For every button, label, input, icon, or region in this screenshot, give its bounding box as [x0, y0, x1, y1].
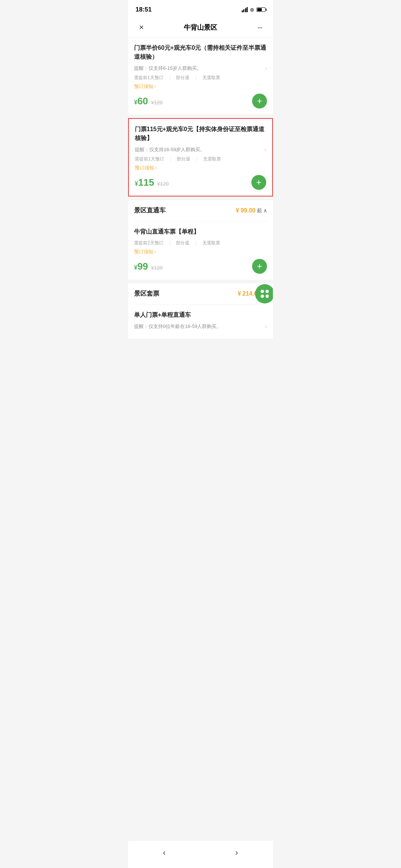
add-button-shuttle[interactable]: + — [252, 259, 267, 274]
pre-order-notice-half[interactable]: 预订须知 › — [134, 83, 267, 90]
price-current-shuttle: ¥99 — [134, 261, 148, 272]
status-bar: 18:51 ⊛ — [128, 0, 273, 18]
ticket-full-price-tip-row: 提醒：仅支持16-59岁人群购买。 › — [135, 146, 266, 153]
status-icons: ⊛ — [242, 7, 266, 13]
pre-order-notice-shuttle[interactable]: 预订须知 › — [134, 248, 267, 255]
price-current-full: ¥115 — [135, 177, 154, 188]
shuttle-item: 牛背山直通车票【单程】 需提前2天预订 ｜ 部分退 ｜ 无需取票 预订须知 › … — [128, 221, 273, 280]
price-row-half: ¥60 ¥120 + — [134, 94, 267, 108]
price-current-half: ¥60 — [134, 95, 148, 107]
floating-grid-button[interactable] — [255, 284, 273, 303]
page-title: 牛背山景区 — [184, 23, 217, 32]
ticket-full-price-tip: 提醒：仅支持16-59岁人群购买。 — [135, 146, 261, 153]
ticket-half-price-tip-row: 提醒：仅支持6-15岁人群购买。 › — [134, 65, 267, 72]
chevron-right-icon[interactable]: › — [265, 65, 267, 72]
ticket-half-price-meta: 需提前1天预订 ｜ 部分退 ｜ 无需取票 — [134, 75, 267, 81]
price-original-half: ¥120 — [151, 100, 163, 105]
pre-order-arrow-2: › — [155, 165, 157, 170]
shuttle-section-header: 景区直通车 ¥ 99.00 起 ∧ — [128, 200, 273, 221]
price-row-full: ¥115 ¥120 + — [135, 175, 266, 190]
status-time: 18:51 — [136, 6, 151, 13]
pre-order-arrow: › — [154, 84, 156, 89]
combo-section-title: 景区套票 — [134, 289, 159, 298]
content-area: 门票半价60元+观光车0元（需持相关证件至半票通道核验） 提醒：仅支持6-15岁… — [128, 38, 273, 365]
shuttle-item-meta: 需提前2天预订 ｜ 部分退 ｜ 无需取票 — [134, 240, 267, 246]
pre-order-notice-full[interactable]: 预订须知 › — [135, 165, 266, 171]
collapse-icon[interactable]: ∧ — [263, 208, 267, 214]
chevron-right-icon-2[interactable]: › — [264, 146, 266, 153]
combo-section: 景区套票 ¥ 214.00 起 单人门票+单程直通车 提醒：仅支持0位年龄在16… — [128, 283, 273, 339]
battery-icon — [257, 7, 265, 12]
wifi-icon: ⊛ — [250, 7, 254, 13]
price-original-full: ¥120 — [157, 181, 169, 187]
combo-item-tip-row: 提醒：仅支持0位年龄在16-59人群购买。 › — [134, 323, 267, 330]
shuttle-section: 景区直通车 ¥ 99.00 起 ∧ 牛背山直通车票【单程】 需提前2天预订 ｜ … — [128, 200, 273, 280]
pre-order-arrow-shuttle: › — [154, 249, 156, 254]
shuttle-section-title: 景区直通车 — [134, 206, 166, 215]
add-button-full[interactable]: + — [251, 175, 266, 190]
combo-section-header: 景区套票 ¥ 214.00 起 — [128, 283, 273, 304]
combo-item-title: 单人门票+单程直通车 — [134, 311, 267, 319]
ticket-half-price-title: 门票半价60元+观光车0元（需持相关证件至半票通道核验） — [134, 43, 267, 61]
more-button[interactable]: ··· — [254, 22, 265, 33]
ticket-half-price: 门票半价60元+观光车0元（需持相关证件至半票通道核验） 提醒：仅支持6-15岁… — [128, 38, 273, 114]
ticket-half-price-tip: 提醒：仅支持6-15岁人群购买。 — [134, 65, 262, 72]
ticket-full-price: 门票115元+观光车0元【持实体身份证至检票通道核验】 提醒：仅支持16-59岁… — [128, 118, 273, 196]
price-original-shuttle: ¥120 — [151, 265, 163, 271]
combo-item: 单人门票+单程直通车 提醒：仅支持0位年龄在16-59人群购买。 › — [128, 305, 273, 339]
shuttle-item-title: 牛背山直通车票【单程】 — [134, 227, 267, 236]
nav-bar: × 牛背山景区 ··· — [128, 18, 273, 38]
ticket-full-price-meta: 需提前1天预订 ｜ 部分退 ｜ 无需取票 — [135, 156, 266, 162]
price-row-shuttle: ¥99 ¥120 + — [134, 259, 267, 274]
close-button[interactable]: × — [136, 22, 147, 33]
ticket-full-price-title: 门票115元+观光车0元【持实体身份证至检票通道核验】 — [135, 125, 266, 143]
signal-icon — [242, 7, 248, 12]
combo-item-tip: 提醒：仅支持0位年龄在16-59人群购买。 — [134, 323, 262, 330]
shuttle-section-price: ¥ 99.00 起 ∧ — [236, 207, 267, 214]
add-button-half[interactable]: + — [252, 94, 267, 108]
chevron-right-icon-combo[interactable]: › — [265, 323, 267, 330]
